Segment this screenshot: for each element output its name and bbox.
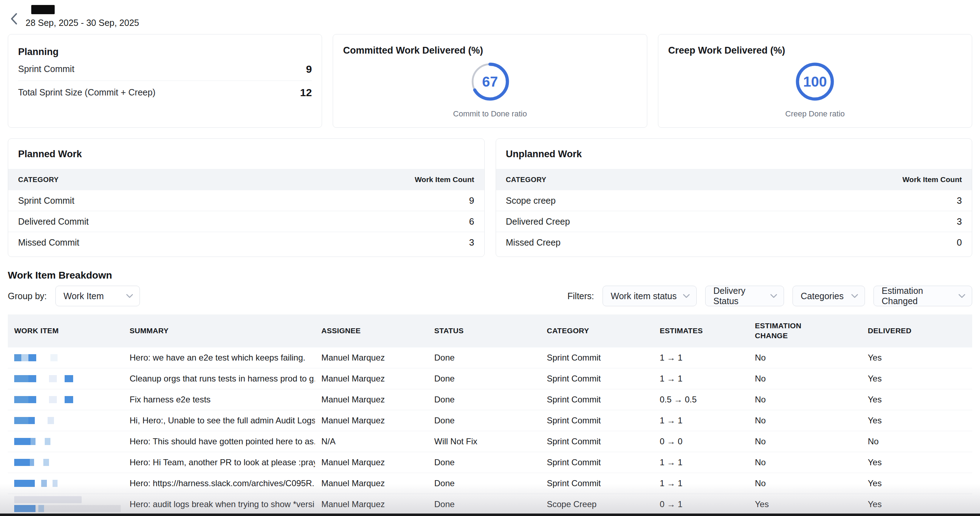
table-row[interactable]: Hero: audit logs break when trying to sh… xyxy=(8,494,972,515)
planned-work-card: Planned Work CATEGORY Work Item Count Sp… xyxy=(8,138,485,257)
work-item-count-column-header: Work Item Count xyxy=(902,175,962,184)
work-item-table: WORK ITEM SUMMARY ASSIGNEE STATUS CATEGO… xyxy=(8,314,972,515)
table-row[interactable]: Hero: https://harness.slack.com/archives… xyxy=(8,473,972,494)
work-item-status: Will Not Fix xyxy=(428,437,541,446)
work-item-id-redacted[interactable] xyxy=(8,459,123,466)
category-cell: Sprint Commit xyxy=(18,195,74,206)
column-header-estimation-change: ESTIMATION CHANGE xyxy=(748,314,823,348)
work-item-assignee: Manuel Marquez xyxy=(315,374,428,384)
planning-card-title: Planning xyxy=(18,46,312,57)
group-by-label: Group by: xyxy=(8,291,47,301)
unplanned-work-card: Unplanned Work CATEGORY Work Item Count … xyxy=(496,138,972,257)
section-title-work-item-breakdown: Work Item Breakdown xyxy=(8,270,112,281)
work-item-delivered: Yes xyxy=(861,374,972,384)
column-header-category: CATEGORY xyxy=(541,319,653,342)
work-item-delivered: Yes xyxy=(861,353,972,363)
table-header-row: WORK ITEM SUMMARY ASSIGNEE STATUS CATEGO… xyxy=(8,314,972,348)
table-header: CATEGORY Work Item Count xyxy=(496,169,972,190)
filter-label: Estimation Changed xyxy=(881,286,953,306)
work-item-id-redacted[interactable] xyxy=(8,480,123,487)
work-item-summary: Hi, Hero:, Unable to see the full admin … xyxy=(123,416,315,426)
count-cell: 9 xyxy=(469,195,474,206)
category-cell: Missed Creep xyxy=(506,237,561,248)
work-item-id-redacted[interactable] xyxy=(8,375,123,382)
work-item-delivered: Yes xyxy=(861,499,972,509)
work-item-count-column-header: Work Item Count xyxy=(415,175,474,184)
count-cell: 3 xyxy=(957,195,962,206)
filter-delivery-status-dropdown[interactable]: Delivery Status xyxy=(705,286,784,306)
group-by-value: Work Item xyxy=(64,291,104,301)
planning-value: 9 xyxy=(306,63,312,75)
work-item-id-blocks xyxy=(14,480,123,487)
work-item-summary: Hero: audit logs break when trying to sh… xyxy=(123,499,315,509)
work-item-id-blocks xyxy=(14,459,123,466)
work-item-estimation-change: No xyxy=(748,416,861,426)
work-item-estimates: 1 → 1 xyxy=(653,478,748,488)
category-cell: Delivered Commit xyxy=(18,216,89,227)
work-item-id-redacted[interactable] xyxy=(8,396,123,403)
work-item-id-blocks xyxy=(14,396,123,403)
group-by-dropdown[interactable]: Work Item xyxy=(56,286,140,306)
table-row: Missed Commit3 xyxy=(8,232,484,253)
work-item-summary: Cleanup orgs that runs tests in harness … xyxy=(123,374,315,384)
work-item-summary: Hero: This should have gotten pointed he… xyxy=(123,437,315,446)
work-item-estimates: 1 → 1 xyxy=(653,374,748,384)
work-item-estimates: 1 → 1 xyxy=(653,353,748,363)
filter-estimation-changed-dropdown[interactable]: Estimation Changed xyxy=(873,286,972,306)
work-item-id-blocks xyxy=(14,438,123,445)
filter-label: Categories xyxy=(801,291,844,301)
category-cell: Scope creep xyxy=(506,195,556,206)
table-row[interactable]: Hero: Hi Team, another PR to look at ple… xyxy=(8,452,972,473)
chevron-down-icon xyxy=(851,294,858,298)
work-item-id-redacted[interactable] xyxy=(8,354,123,361)
work-item-estimation-change: No xyxy=(748,457,861,467)
table-row[interactable]: Hero: we have an e2e test which keeps fa… xyxy=(8,348,972,368)
work-item-id-redacted[interactable] xyxy=(8,496,123,512)
work-item-category: Sprint Commit xyxy=(541,437,653,446)
column-header-assignee: ASSIGNEE xyxy=(315,319,428,342)
table-row[interactable]: Hi, Hero:, Unable to see the full admin … xyxy=(8,410,972,431)
work-item-assignee: Manuel Marquez xyxy=(315,499,428,509)
work-item-assignee: N/A xyxy=(315,437,428,446)
planning-value: 12 xyxy=(300,87,312,98)
planned-work-title: Planned Work xyxy=(8,149,484,160)
work-item-id-blocks xyxy=(14,417,123,424)
work-item-id-redacted[interactable] xyxy=(8,417,123,424)
table-row: Delivered Creep3 xyxy=(496,211,972,232)
column-header-summary: SUMMARY xyxy=(123,319,315,342)
column-header-status: STATUS xyxy=(428,319,541,342)
filter-work-item-status-dropdown[interactable]: Work item status xyxy=(603,286,697,306)
work-item-assignee: Manuel Marquez xyxy=(315,457,428,467)
work-item-assignee: Manuel Marquez xyxy=(315,353,428,363)
chevron-down-icon xyxy=(683,294,690,298)
chevron-left-icon xyxy=(9,12,19,25)
work-item-id-blocks xyxy=(14,375,123,382)
creep-work-title: Creep Work Delivered (%) xyxy=(668,45,786,56)
table-row[interactable]: Fix harness e2e tests Manuel Marquez Don… xyxy=(8,389,972,410)
work-item-summary: Hero: we have an e2e test which keeps fa… xyxy=(123,353,315,363)
category-column-header: CATEGORY xyxy=(18,176,59,184)
work-item-status: Done xyxy=(428,416,541,426)
table-row[interactable]: Cleanup orgs that runs tests in harness … xyxy=(8,368,972,389)
creep-gauge: 100 xyxy=(795,62,835,102)
table-row[interactable]: Hero: This should have gotten pointed he… xyxy=(8,431,972,452)
table-header: CATEGORY Work Item Count xyxy=(8,169,484,190)
work-item-status: Done xyxy=(428,457,541,467)
planning-row-sprint-commit: Sprint Commit 9 xyxy=(18,57,312,81)
work-item-delivered: Yes xyxy=(861,478,972,488)
column-header-delivered: DELIVERED xyxy=(861,319,972,342)
planning-label: Sprint Commit xyxy=(18,64,74,74)
work-item-summary: Hero: https://harness.slack.com/archives… xyxy=(123,478,315,488)
work-item-id-blocks xyxy=(14,505,121,512)
chevron-down-icon xyxy=(770,294,777,298)
work-item-status: Done xyxy=(428,478,541,488)
work-item-category: Sprint Commit xyxy=(541,457,653,467)
window-bottom-edge xyxy=(0,513,980,516)
committed-work-title: Committed Work Delivered (%) xyxy=(343,45,483,56)
work-item-estimation-change: No xyxy=(748,374,861,384)
back-button[interactable] xyxy=(9,12,20,26)
unplanned-work-title: Unplanned Work xyxy=(496,149,972,160)
filter-categories-dropdown[interactable]: Categories xyxy=(792,286,865,306)
work-item-id-redacted[interactable] xyxy=(8,438,123,445)
work-item-category: Sprint Commit xyxy=(541,395,653,405)
